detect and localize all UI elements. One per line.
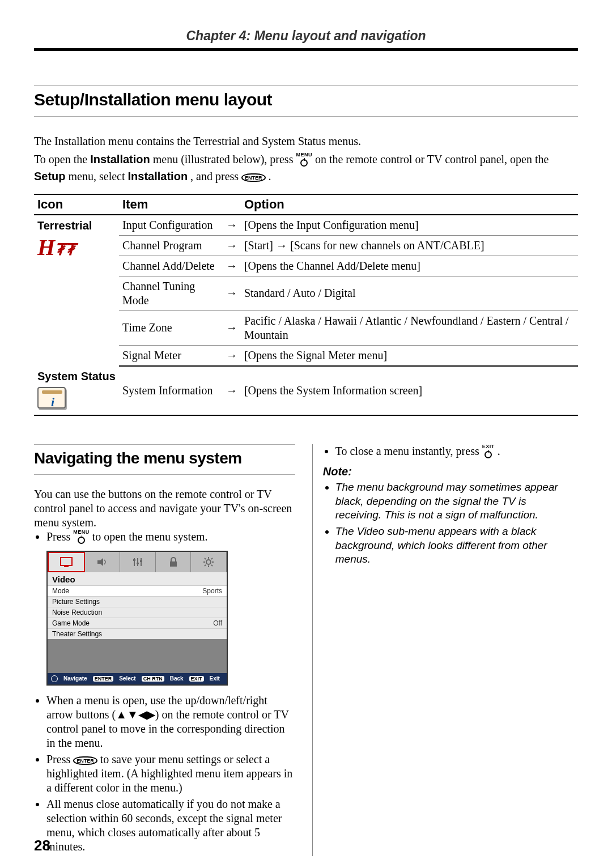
- chapter-header: Chapter 4: Menu layout and navigation: [34, 28, 578, 51]
- item-cell: Input Configuration: [119, 215, 223, 236]
- enter-button-icon: ENTER: [73, 756, 97, 765]
- svg-line-16: [211, 558, 212, 559]
- right-column: To close a menu instantly, press EXIT . …: [312, 444, 573, 856]
- installation-menu-table: Icon Item Option Terrestrial H₮₮ Input C…: [34, 194, 578, 416]
- text: , and press: [190, 170, 241, 182]
- text: menu (illustrated below), press: [153, 153, 296, 165]
- osd-row: Game Mode Off: [48, 618, 227, 628]
- osd-row-label: Mode: [52, 587, 69, 595]
- col-item: Item: [119, 194, 223, 215]
- nav-intro: You can use the buttons on the remote co…: [34, 487, 295, 530]
- text: To close a menu instantly, press: [335, 445, 482, 457]
- footer-back: Back: [170, 675, 184, 682]
- item-cell: Channel Program: [119, 235, 223, 256]
- remote-dot-icon: [300, 159, 308, 167]
- col-icon: Icon: [34, 194, 119, 215]
- svg-rect-8: [170, 561, 177, 567]
- text: Press: [46, 753, 73, 765]
- option-cell: [Opens the Signal Meter menu]: [241, 345, 578, 366]
- option-cell: Pacific / Alaska / Hawaii / Atlantic / N…: [241, 310, 578, 345]
- lock-icon: [168, 556, 178, 568]
- option-cell: [Opens the Channel Add/Delete menu]: [241, 256, 578, 276]
- nav-bullets-continued: When a menu is open, use the up/down/lef…: [34, 693, 295, 854]
- arrow-icon: →: [223, 215, 241, 236]
- osd-row-label: Theater Settings: [52, 630, 102, 638]
- page-number: 28: [34, 837, 50, 854]
- menu-button-icon: MENU: [296, 152, 312, 169]
- menu-button-icon: MENU: [73, 530, 90, 546]
- section-title-setup: Setup/Installation menu layout: [34, 85, 578, 117]
- option-cell: [Opens the System Information screen]: [241, 366, 578, 415]
- enter-button-icon: ENTER: [241, 173, 266, 182]
- text: Press: [46, 530, 73, 543]
- list-item: All menus close automatically if you do …: [46, 797, 295, 854]
- osd-tab-video-icon: [48, 552, 85, 572]
- svg-line-15: [211, 565, 212, 566]
- item-cell: Channel Add/Delete: [119, 256, 223, 276]
- right-bullets: To close a menu instantly, press EXIT .: [323, 444, 573, 461]
- text: .: [269, 170, 271, 182]
- osd-row: Picture Settings: [48, 596, 227, 607]
- remote-dot-icon: [484, 451, 492, 458]
- osd-tab-setup-icon: [191, 552, 227, 572]
- text-bold: Setup: [34, 170, 66, 182]
- osd-screenshot: Video Mode Sports Picture Settings Noise…: [46, 551, 228, 686]
- osd-footer: Navigate ENTER Select CH RTN Back EXIT E…: [48, 673, 227, 684]
- text: to open the menu system.: [92, 530, 208, 543]
- text: menu, select: [69, 170, 128, 182]
- section-title-navigating: Navigating the menu system: [34, 444, 295, 475]
- osd-row-value: Off: [213, 619, 222, 627]
- svg-rect-7: [140, 560, 142, 562]
- item-cell: System Information: [119, 366, 223, 415]
- text-bold: Installation: [128, 170, 188, 182]
- navigate-icon: [51, 675, 58, 682]
- remote-dot-icon: [78, 537, 85, 544]
- option-cell: [Start] → [Scans for new channels on ANT…: [241, 235, 578, 256]
- list-item: To close a menu instantly, press EXIT .: [335, 444, 573, 461]
- icon-label: Terrestrial: [37, 219, 116, 233]
- osd-row-label: Picture Settings: [52, 598, 100, 606]
- footer-exit: Exit: [210, 675, 220, 682]
- nav-bullets: Press MENU to open the menu system.: [34, 530, 295, 546]
- svg-rect-5: [133, 559, 135, 561]
- tv-icon: [60, 557, 73, 567]
- exit-button-icon: EXIT: [482, 444, 495, 461]
- osd-row: Noise Reduction: [48, 607, 227, 618]
- two-column-area: Navigating the menu system You can use t…: [34, 444, 578, 856]
- text: on the remote control or TV control pane…: [315, 153, 549, 165]
- svg-rect-1: [64, 566, 69, 567]
- system-info-icon: i: [37, 387, 66, 409]
- icon-label: System Status: [37, 369, 116, 384]
- sliders-icon: [132, 556, 143, 568]
- note-heading: Note:: [323, 465, 573, 478]
- footer-navigate: Navigate: [63, 675, 87, 682]
- col-option: Option: [241, 194, 578, 215]
- item-cell: Time Zone: [119, 310, 223, 345]
- intro-para-2: To open the Installation menu (illustrat…: [34, 152, 578, 184]
- osd-tab-audio-icon: [85, 552, 121, 572]
- text: .: [498, 445, 500, 457]
- list-item: When a menu is open, use the up/down/lef…: [46, 693, 295, 750]
- footer-select: Select: [119, 675, 135, 682]
- arrow-icon: →: [223, 310, 241, 345]
- arrow-icon: →: [223, 366, 241, 415]
- osd-row: Mode Sports: [48, 585, 227, 596]
- arrow-icon: →: [223, 345, 241, 366]
- enter-pill-icon: ENTER: [93, 676, 114, 682]
- osd-tab-lock-icon: [156, 552, 192, 572]
- option-cell: Standard / Auto / Digital: [241, 276, 578, 310]
- osd-row-label: Game Mode: [52, 619, 90, 627]
- osd-body: Video Mode Sports Picture Settings Noise…: [48, 572, 227, 639]
- svg-rect-0: [61, 558, 72, 565]
- svg-line-17: [205, 565, 206, 566]
- osd-row-label: Noise Reduction: [52, 609, 102, 616]
- list-item: Press ENTER to save your menu settings o…: [46, 752, 295, 795]
- text: To open the: [34, 153, 90, 165]
- icon-cell-system-status: System Status i: [34, 366, 119, 415]
- speaker-icon: [96, 556, 108, 568]
- item-cell: Channel Tuning Mode: [119, 276, 223, 310]
- arrow-icon: →: [223, 235, 241, 256]
- chrtn-pill-icon: CH RTN: [142, 676, 164, 682]
- arrow-icon: →: [223, 256, 241, 276]
- text-bold: Installation: [90, 153, 150, 165]
